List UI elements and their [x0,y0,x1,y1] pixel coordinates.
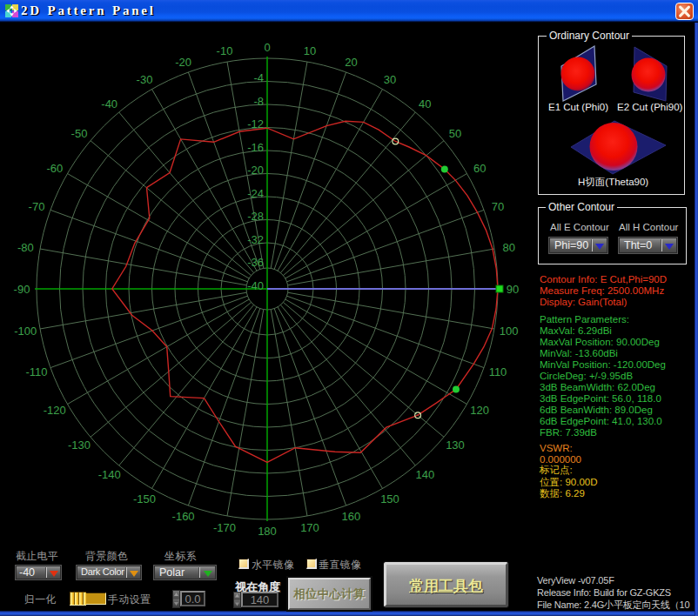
svg-text:70: 70 [492,200,504,213]
svg-text:-20: -20 [175,56,191,69]
svg-text:90: 90 [507,283,519,296]
svg-text:-100: -100 [14,325,37,338]
svg-text:10: 10 [304,44,316,57]
svg-text:-4: -4 [253,71,264,84]
svg-text:60: 60 [473,162,486,175]
svg-text:-90: -90 [14,283,30,296]
svg-text:-40: -40 [101,97,117,110]
svg-text:130: 130 [446,439,465,452]
svg-text:80: 80 [502,241,514,254]
svg-text:-16: -16 [247,141,264,154]
svg-text:170: 170 [300,521,319,534]
svg-text:0: 0 [264,41,270,54]
svg-text:160: 160 [342,510,361,523]
svg-text:-120: -120 [44,404,66,417]
svg-text:120: 120 [470,404,489,417]
svg-text:50: 50 [449,127,461,140]
svg-text:-170: -170 [213,521,236,534]
svg-text:-30: -30 [137,73,153,86]
svg-text:150: 150 [380,492,399,506]
svg-text:100: 100 [500,325,519,338]
svg-text:-80: -80 [17,241,34,254]
svg-text:-150: -150 [133,492,156,506]
svg-text:-40: -40 [247,279,264,292]
svg-text:140: 140 [415,468,434,481]
svg-text:-10: -10 [217,44,233,57]
svg-text:-50: -50 [71,127,88,140]
svg-text:-24: -24 [247,187,264,200]
svg-text:30: 30 [384,73,396,86]
svg-text:-8: -8 [253,95,264,108]
svg-text:-160: -160 [172,510,195,523]
svg-text:110: 110 [489,365,507,378]
svg-text:-36: -36 [247,256,264,269]
svg-text:-140: -140 [98,468,121,481]
svg-text:40: 40 [419,97,431,110]
svg-text:-110: -110 [25,365,47,378]
svg-text:-130: -130 [68,439,91,452]
svg-text:-28: -28 [247,210,264,223]
svg-text:-32: -32 [247,233,264,246]
svg-text:180: 180 [258,525,277,538]
svg-text:-20: -20 [247,164,264,177]
svg-text:20: 20 [345,56,357,69]
svg-text:-70: -70 [29,200,45,213]
svg-text:-60: -60 [46,162,63,175]
